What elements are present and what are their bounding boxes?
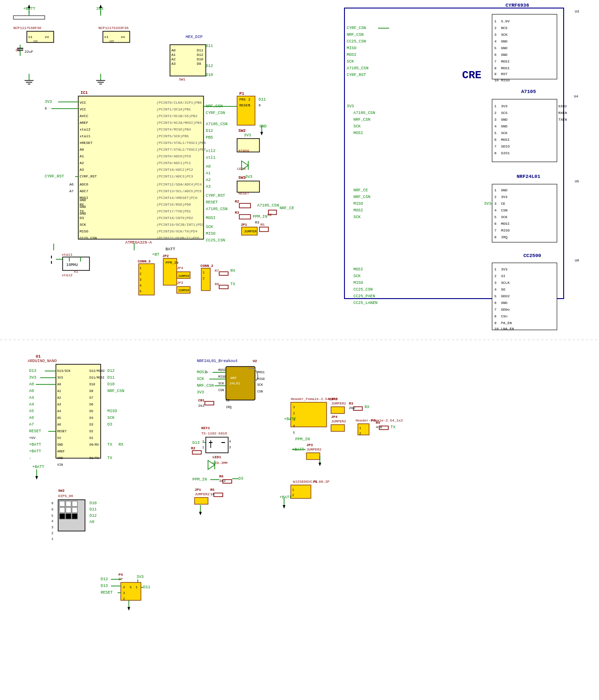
svg-text:xtl1: xtl1: [206, 156, 216, 160]
svg-text:JUMPER: JUMPER: [178, 289, 190, 292]
svg-text:2: 2: [123, 597, 125, 601]
svg-text:ADC7: ADC7: [80, 189, 88, 193]
svg-text:A1: A1: [57, 389, 61, 393]
svg-text:4: 4: [494, 208, 497, 212]
svg-text:NRF_CSN: NRF_CSN: [353, 118, 370, 122]
svg-text:+BATT: +BATT: [32, 465, 45, 469]
svg-text:GND: GND: [501, 118, 508, 122]
svg-text:MISO: MISO: [347, 46, 357, 51]
svg-text:U5: U5: [575, 179, 579, 183]
svg-text:2: 2: [292, 493, 294, 497]
svg-text:3: 3: [494, 33, 497, 37]
svg-text:D12: D12: [206, 64, 213, 68]
svg-text:NRF: NRF: [230, 376, 237, 380]
svg-text:D11: D11: [197, 48, 204, 52]
svg-rect-369: [72, 514, 77, 519]
svg-text:D13: D13: [101, 584, 108, 588]
svg-text:TX: TX: [107, 443, 112, 447]
svg-text:D9: D9: [197, 62, 201, 66]
svg-rect-131: [239, 203, 251, 208]
svg-text:3: 3: [494, 118, 497, 122]
svg-text:R5: R5: [210, 488, 215, 492]
svg-marker-461: [319, 463, 321, 466]
svg-text:CYRF_CSN: CYRF_CSN: [347, 26, 366, 30]
svg-text:5V: 5V: [57, 436, 61, 440]
svg-rect-127: [237, 181, 259, 192]
svg-text:1: 1: [136, 586, 137, 589]
svg-text:LNA_EN: LNA_EN: [501, 327, 514, 331]
svg-text:NRF24L01_Breakout: NRF24L01_Breakout: [197, 359, 238, 363]
svg-text:NRF_CSN: NRF_CSN: [347, 33, 364, 37]
svg-text:JP2: JP2: [162, 254, 169, 258]
svg-text:A5: A5: [29, 409, 34, 413]
svg-text:CC25_CSN: CC25_CSN: [206, 238, 225, 243]
svg-text:D12/MISO: D12/MISO: [89, 369, 105, 373]
svg-text:GND: GND: [501, 188, 508, 192]
svg-text:5: 5: [494, 294, 497, 298]
svg-text:A0: A0: [29, 389, 34, 393]
svg-text:NRF_CSN: NRF_CSN: [197, 384, 214, 388]
svg-text:RST: RST: [501, 72, 508, 76]
svg-text:D2: D2: [89, 430, 93, 433]
svg-text:D11: D11: [143, 585, 150, 590]
svg-text:2: 2: [494, 26, 497, 30]
svg-text:D12: D12: [89, 514, 97, 518]
svg-text:MISO: MISO: [107, 409, 117, 413]
svg-text:CSN: CSN: [501, 208, 508, 212]
svg-text:R2: R2: [191, 446, 195, 450]
svg-text:MOSI: MOSI: [206, 216, 216, 220]
svg-text:A0: A0: [80, 148, 84, 152]
svg-text:A3: A3: [206, 185, 211, 189]
svg-rect-471: [195, 498, 208, 504]
svg-text:D12: D12: [101, 577, 108, 582]
svg-text:D8: D8: [89, 389, 93, 393]
svg-text:MISO: MISO: [206, 232, 216, 236]
svg-text:D0/RX: D0/RX: [89, 443, 99, 447]
svg-text:MISO: MISO: [80, 229, 88, 233]
svg-text:3: 3: [494, 202, 497, 206]
svg-text:A7105_CSN: A7105_CSN: [353, 111, 375, 115]
svg-text:R2: R2: [268, 213, 272, 217]
svg-text:(PCINT10/ADC2)PC2: (PCINT10/ADC2)PC2: [157, 168, 193, 172]
svg-text:GIO1: GIO1: [501, 151, 510, 155]
svg-text:D3: D3: [238, 477, 243, 481]
svg-text:D10: D10: [89, 501, 97, 506]
svg-text:3V3: 3V3: [347, 104, 354, 109]
svg-text:GND: GND: [57, 443, 63, 447]
svg-text:(PCINT19/OC2B/INT1)PD3: (PCINT19/OC2B/INT1)PD3: [157, 223, 204, 227]
svg-text:KEY1: KEY1: [201, 426, 210, 430]
svg-text:TX: TX: [230, 282, 235, 287]
svg-text:2: 2: [203, 277, 204, 280]
svg-text:NRF_CE: NRF_CE: [353, 188, 368, 193]
svg-text:SCK: SCK: [257, 383, 263, 387]
svg-text:A7105_CSN: A7105_CSN: [257, 203, 279, 208]
svg-text:MOSI: MOSI: [501, 59, 510, 63]
svg-text:A4: A4: [29, 402, 34, 407]
svg-text:WJ25EDGVC-5.08-2P: WJ25EDGVC-5.08-2P: [293, 480, 330, 484]
svg-text:(PCINT16/RXD)PD0: (PCINT16/RXD)PD0: [157, 202, 191, 207]
svg-text:SCK: SCK: [80, 223, 86, 227]
svg-text:A6: A6: [57, 423, 61, 426]
svg-text:CE: CE: [226, 399, 229, 402]
svg-text:NRF_CE: NRF_CE: [280, 206, 294, 211]
svg-text:VCC: VCC: [80, 107, 86, 111]
svg-text:xtal2: xtal2: [62, 273, 72, 277]
svg-marker-519: [99, 4, 102, 8]
svg-text:PPM_IN: PPM_IN: [166, 261, 178, 265]
svg-text:16MHz: 16MHz: [66, 263, 78, 267]
svg-text:CSN: CSN: [257, 390, 263, 393]
svg-text:6: 6: [259, 103, 261, 107]
svg-text:D7: D7: [89, 396, 93, 400]
svg-text:NCP11175S33F36: NCP11175S33F36: [98, 26, 128, 30]
svg-text:+BATT: +BATT: [29, 443, 42, 447]
svg-rect-363: [72, 501, 77, 506]
svg-text:10: 10: [494, 327, 499, 331]
svg-text:D3: D3: [80, 216, 84, 220]
svg-text:IRQ: IRQ: [226, 405, 232, 409]
svg-text:MOSI: MOSI: [353, 131, 363, 135]
svg-text:JUMPER: JUMPER: [244, 229, 257, 233]
svg-rect-367: [59, 514, 65, 519]
cyrf6936-label: CYRF6936: [506, 3, 529, 8]
svg-text:NRF_CSN: NRF_CSN: [353, 195, 370, 199]
svg-text:5.0V: 5.0V: [501, 19, 510, 23]
